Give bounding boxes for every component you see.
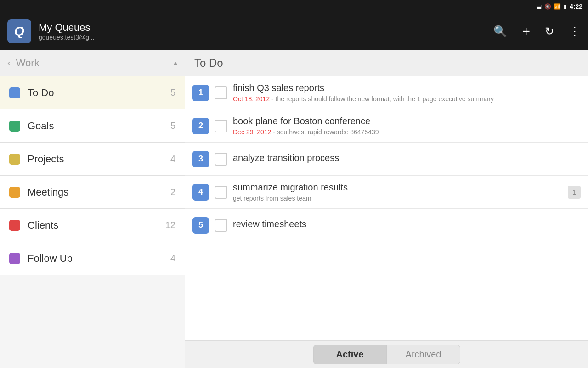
task-checkbox-4[interactable] [215, 186, 227, 199]
app-title: My Queues [39, 22, 486, 34]
app-logo: Q [7, 19, 31, 43]
meetings-color-dot [9, 187, 20, 198]
task-date-2: Dec 29, 2012 [233, 128, 271, 136]
followup-color-dot [9, 253, 20, 264]
sidebar-item-count: 2 [170, 187, 175, 197]
sidebar-item-label: Clients [28, 219, 158, 231]
task-item-5[interactable]: 5 review timesheets [185, 209, 588, 242]
task-title-4: summarize migration results [233, 182, 562, 193]
app-subtitle: gqueues.test3@g... [39, 34, 486, 41]
overflow-menu-icon[interactable]: ⋮ [569, 24, 581, 39]
task-meta-4: get reports from sales team [233, 195, 562, 202]
sidebar-item-label: Projects [28, 153, 163, 165]
content-header: To Do [185, 50, 588, 76]
main-layout: ‹ Work ▴ To Do 5 Goals 5 Projects 4 Meet… [0, 50, 588, 368]
projects-color-dot [9, 154, 20, 165]
battery-icon: ▮ [564, 3, 567, 10]
task-number-5: 5 [192, 217, 209, 234]
sidebar: ‹ Work ▴ To Do 5 Goals 5 Projects 4 Meet… [0, 50, 185, 368]
sidebar-item-count: 4 [170, 253, 175, 264]
back-button[interactable]: ‹ [7, 58, 11, 68]
todo-color-dot [9, 87, 20, 98]
tab-archived[interactable]: Archived [387, 345, 460, 364]
goals-color-dot [9, 121, 20, 132]
sidebar-item-label: Meetings [28, 186, 163, 198]
task-content-3: analyze transition process [233, 148, 581, 170]
sidebar-item-clients[interactable]: Clients 12 [0, 209, 185, 242]
task-title-1: finish Q3 sales reports [233, 83, 581, 93]
task-item-4[interactable]: 4 summarize migration results get report… [185, 176, 588, 209]
status-time: 4:22 [570, 3, 582, 10]
sidebar-item-count: 5 [170, 121, 175, 131]
task-checkbox-5[interactable] [215, 219, 227, 232]
signal-icon: ▴ [174, 58, 177, 67]
wifi-icon: 📶 [554, 3, 561, 10]
status-bar: ⬓ 🔇 📶 ▮ 4:22 [0, 0, 588, 13]
bottom-tabs: Active Archived [185, 340, 588, 368]
content-header-title: To Do [194, 57, 223, 69]
sidebar-item-todo[interactable]: To Do 5 [0, 76, 185, 109]
task-note-1: - the reports should follow the new form… [271, 95, 494, 103]
task-content-4: summarize migration results get reports … [233, 178, 562, 207]
app-bar: Q My Queues gqueues.test3@g... 🔍 + ↻ ⋮ [0, 13, 588, 50]
bluetooth-icon: ⬓ [537, 3, 542, 10]
sidebar-item-label: Goals [28, 120, 163, 132]
mute-icon: 🔇 [544, 3, 551, 10]
task-number-2: 2 [192, 118, 209, 134]
sidebar-item-count: 12 [165, 220, 175, 230]
task-item-3[interactable]: 3 analyze transition process [185, 143, 588, 176]
task-title-2: book plane for Boston conference [233, 116, 581, 126]
app-title-area: My Queues gqueues.test3@g... [39, 22, 486, 41]
task-number-1: 1 [192, 85, 209, 101]
task-number-4: 4 [192, 184, 209, 201]
sidebar-item-projects[interactable]: Projects 4 [0, 143, 185, 176]
sidebar-header[interactable]: ‹ Work ▴ [0, 50, 185, 76]
task-meta-1: Oct 18, 2012 - the reports should follow… [233, 95, 581, 103]
sidebar-item-count: 4 [170, 154, 175, 164]
sidebar-item-label: Follow Up [28, 253, 163, 264]
task-checkbox-2[interactable] [215, 120, 227, 132]
sidebar-item-followup[interactable]: Follow Up 4 [0, 242, 185, 275]
task-checkbox-1[interactable] [215, 86, 227, 99]
task-item-2[interactable]: 2 book plane for Boston conference Dec 2… [185, 109, 588, 143]
task-list: 1 finish Q3 sales reports Oct 18, 2012 -… [185, 76, 588, 340]
add-icon[interactable]: + [522, 23, 530, 39]
task-checkbox-3[interactable] [215, 153, 227, 166]
sidebar-item-meetings[interactable]: Meetings 2 [0, 176, 185, 209]
task-title-5: review timesheets [233, 219, 581, 230]
status-icons: ⬓ 🔇 📶 ▮ 4:22 [537, 3, 582, 10]
sidebar-section-title: Work [16, 57, 40, 69]
task-content-1: finish Q3 sales reports Oct 18, 2012 - t… [233, 78, 581, 107]
task-badge-4: 1 [568, 186, 581, 199]
task-content-2: book plane for Boston conference Dec 29,… [233, 111, 581, 140]
task-content-5: review timesheets [233, 214, 581, 236]
sidebar-item-label: To Do [28, 87, 163, 99]
task-title-3: analyze transition process [233, 153, 581, 163]
search-icon[interactable]: 🔍 [493, 25, 507, 38]
tab-active[interactable]: Active [313, 345, 387, 364]
clients-color-dot [9, 220, 20, 231]
task-note-2: - southwest rapid rewards: 86475439 [273, 128, 379, 136]
sidebar-item-count: 5 [170, 87, 175, 98]
task-meta-2: Dec 29, 2012 - southwest rapid rewards: … [233, 128, 581, 136]
sidebar-item-goals[interactable]: Goals 5 [0, 109, 185, 143]
task-number-3: 3 [192, 151, 209, 167]
content-area: To Do 1 finish Q3 sales reports Oct 18, … [185, 50, 588, 368]
app-bar-actions: 🔍 + ↻ ⋮ [493, 23, 581, 39]
refresh-icon[interactable]: ↻ [545, 25, 554, 38]
task-date-1: Oct 18, 2012 [233, 95, 270, 103]
task-item-1[interactable]: 1 finish Q3 sales reports Oct 18, 2012 -… [185, 76, 588, 109]
